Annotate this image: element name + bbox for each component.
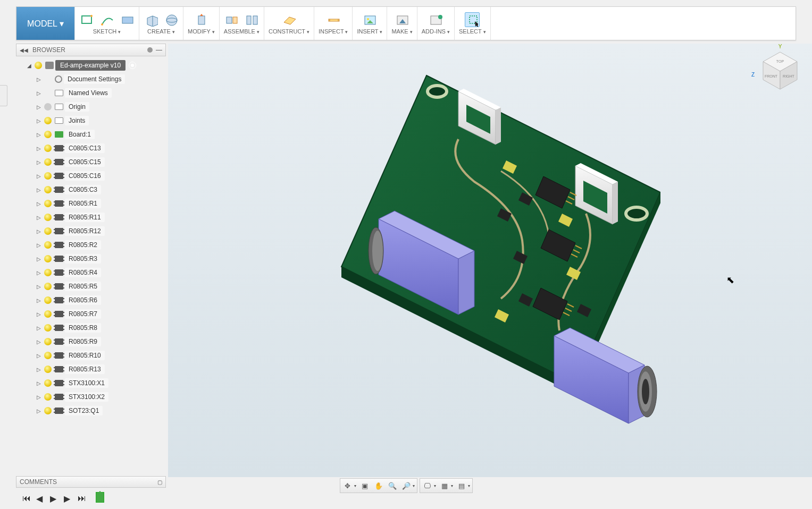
tree-item[interactable]: ▷R0805:R12 xyxy=(16,224,166,238)
tree-item[interactable]: ▷R0805:R11 xyxy=(16,210,166,224)
browser-min-icon[interactable]: — xyxy=(156,46,162,54)
expand-icon[interactable]: ▷ xyxy=(35,187,43,193)
pan-icon[interactable]: ✋ xyxy=(373,480,384,491)
expand-icon[interactable]: ▷ xyxy=(35,146,43,151)
construct-plane-button[interactable] xyxy=(281,12,296,27)
lightbulb-icon[interactable] xyxy=(44,241,52,249)
lightbulb-icon[interactable] xyxy=(44,200,52,207)
sketch-rect-button[interactable] xyxy=(79,12,94,27)
expand-icon[interactable]: ▷ xyxy=(35,298,43,303)
expand-icon[interactable]: ▷ xyxy=(35,325,43,331)
tree-item[interactable]: ▷R0805:R1 xyxy=(16,197,166,210)
tree-item[interactable]: ▷Named Views xyxy=(16,86,166,100)
lightbulb-icon[interactable] xyxy=(44,379,52,387)
tree-item[interactable]: ▷C0805:C15 xyxy=(16,155,166,169)
lightbulb-icon[interactable] xyxy=(35,62,42,69)
lightbulb-icon[interactable] xyxy=(44,324,52,332)
toolbar-label-make[interactable]: MAKE ▾ xyxy=(391,27,412,37)
tree-item[interactable]: ▷R0805:R5 xyxy=(16,279,166,293)
tree-item[interactable]: ▷R0805:R8 xyxy=(16,321,166,335)
toolbar-label-add-ins[interactable]: ADD-INS ▾ xyxy=(422,27,450,37)
lightbulb-icon[interactable] xyxy=(44,393,52,401)
tree-item[interactable]: ▷STX3100:X1 xyxy=(16,376,166,390)
create-sphere-button[interactable] xyxy=(164,12,179,27)
left-panel-tab[interactable] xyxy=(0,85,7,106)
tree-item[interactable]: ▷Origin xyxy=(16,100,166,114)
modify-pressPull-button[interactable] xyxy=(194,12,208,27)
tree-item[interactable]: ▷R0805:R7 xyxy=(16,307,166,321)
workspace-switcher[interactable]: MODEL ▾ xyxy=(16,7,75,40)
assemble-joint-button[interactable] xyxy=(224,12,239,27)
timeline-next-icon[interactable]: ▶ xyxy=(64,494,71,501)
expand-icon[interactable]: ▷ xyxy=(35,90,43,96)
lightbulb-icon[interactable] xyxy=(44,255,52,262)
expand-icon[interactable]: ▷ xyxy=(35,77,43,82)
tree-item[interactable]: ▷R0805:R13 xyxy=(16,362,166,376)
lightbulb-icon[interactable] xyxy=(44,214,52,221)
comments-header[interactable]: COMMENTS ▢ xyxy=(16,476,166,488)
expand-icon[interactable]: ▷ xyxy=(35,159,43,165)
timeline-feature[interactable] xyxy=(96,492,104,503)
timeline-prev-icon[interactable]: ◀ xyxy=(36,494,44,501)
activate-target-icon[interactable] xyxy=(129,62,136,69)
viewcube[interactable]: Y Z TOP FRONT RIGHT xyxy=(758,48,802,92)
expand-icon[interactable]: ▷ xyxy=(35,132,43,138)
tree-item[interactable]: ▷R0805:R9 xyxy=(16,335,166,349)
expand-icon[interactable]: ▷ xyxy=(35,201,43,207)
toolbar-label-sketch[interactable]: SKETCH ▾ xyxy=(93,27,121,37)
expand-icon[interactable]: ▷ xyxy=(35,284,43,290)
tree-item[interactable]: ▷C0805:C16 xyxy=(16,169,166,183)
expand-icon[interactable]: ▷ xyxy=(35,380,43,386)
expand-icon[interactable]: ◢ xyxy=(26,63,33,69)
grid-settings-icon[interactable]: ▦ xyxy=(439,480,450,491)
lightbulb-icon[interactable] xyxy=(44,227,52,235)
display-settings-icon[interactable]: 🖵 xyxy=(422,480,433,491)
toolbar-label-insert[interactable]: INSERT ▾ xyxy=(357,27,382,37)
addins-scripts-button[interactable] xyxy=(428,12,443,27)
sketch-plane-button[interactable] xyxy=(120,12,135,27)
expand-icon[interactable]: ▷ xyxy=(35,394,43,400)
orbit-icon[interactable]: ✥ xyxy=(342,480,353,491)
lightbulb-icon[interactable] xyxy=(44,172,52,180)
insert-decal-button[interactable] xyxy=(362,12,377,27)
assemble-asBuilt-button[interactable] xyxy=(244,12,259,27)
expand-icon[interactable]: ▷ xyxy=(35,270,43,276)
lightbulb-icon[interactable] xyxy=(44,117,52,124)
tree-item[interactable]: ▷Board:1 xyxy=(16,128,166,141)
lightbulb-icon[interactable] xyxy=(44,352,52,359)
toolbar-label-modify[interactable]: MODIFY ▾ xyxy=(188,27,215,37)
expand-icon[interactable]: ▷ xyxy=(35,339,43,345)
toolbar-label-inspect[interactable]: INSPECT ▾ xyxy=(319,27,348,37)
tree-item[interactable]: ▷C0805:C13 xyxy=(16,141,166,155)
tree-item[interactable]: ▷R0805:R4 xyxy=(16,266,166,279)
comments-expand-icon[interactable]: ▢ xyxy=(157,479,162,485)
browser-header[interactable]: ◀◀ BROWSER — xyxy=(16,44,166,56)
viewport-layout-icon[interactable]: ▤ xyxy=(456,480,467,491)
browser-settings-icon[interactable] xyxy=(147,47,153,53)
lightbulb-icon[interactable] xyxy=(44,407,52,414)
zoom-icon[interactable]: 🔍 xyxy=(387,480,398,491)
expand-icon[interactable]: ▷ xyxy=(35,242,43,248)
tree-item[interactable]: ▷R0805:R6 xyxy=(16,293,166,307)
tree-item[interactable]: ▷R0805:R3 xyxy=(16,252,166,266)
expand-icon[interactable]: ▷ xyxy=(35,367,43,372)
tree-item[interactable]: ▷Document Settings xyxy=(16,72,166,86)
expand-icon[interactable]: ▷ xyxy=(35,215,43,220)
toolbar-label-assemble[interactable]: ASSEMBLE ▾ xyxy=(224,27,259,37)
lightbulb-icon[interactable] xyxy=(44,338,52,345)
lightbulb-icon[interactable] xyxy=(44,366,52,373)
expand-icon[interactable]: ▷ xyxy=(35,104,43,110)
lightbulb-icon[interactable] xyxy=(44,131,52,138)
viewcube-icon[interactable]: TOP FRONT RIGHT xyxy=(758,48,802,92)
browser-collapse-icon[interactable]: ◀◀ xyxy=(20,47,28,53)
toolbar-label-select[interactable]: SELECT ▾ xyxy=(459,27,486,37)
tree-item[interactable]: ▷R0805:R2 xyxy=(16,238,166,252)
fit-icon[interactable]: 🔎 xyxy=(401,480,412,491)
lightbulb-icon[interactable] xyxy=(44,310,52,318)
timeline-play-icon[interactable]: ▶ xyxy=(50,494,57,501)
pcb-model[interactable] xyxy=(320,54,660,426)
expand-icon[interactable]: ▷ xyxy=(35,228,43,234)
viewport-3d[interactable]: Y Z TOP FRONT RIGHT xyxy=(168,44,812,477)
lightbulb-icon[interactable] xyxy=(44,296,52,304)
tree-item[interactable]: ▷Joints xyxy=(16,114,166,128)
